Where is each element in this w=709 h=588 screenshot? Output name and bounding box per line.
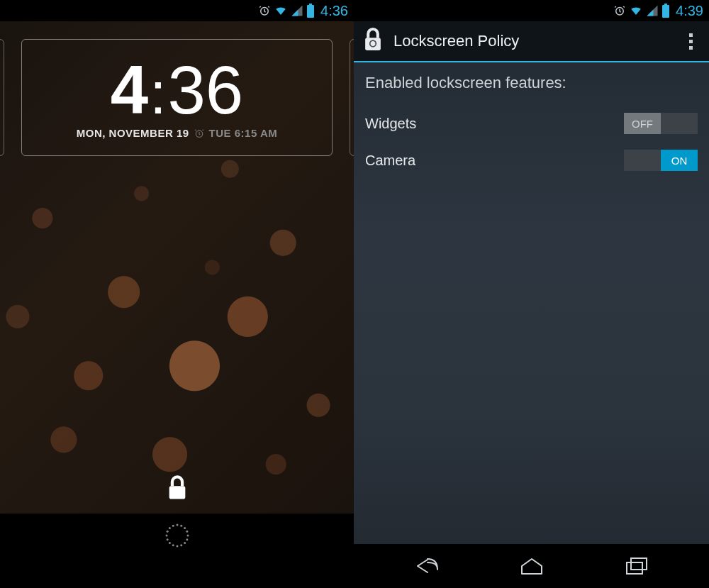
clock-widget[interactable]: 4 : 36 MON, NOVEMBER 19 TUE 6:15 AM [21,39,333,156]
navigation-bar [354,544,709,588]
svg-rect-8 [365,38,381,50]
policy-app-phone: 4:39 Lockscreen Policy Enabled lockscree… [354,0,709,588]
bottom-hint-area [0,514,354,588]
unlock-area[interactable] [0,462,354,514]
switch-thumb-on: ON [661,150,698,171]
app-content: Enabled lockscreen features: Widgets OFF… [354,64,709,544]
svg-rect-1 [307,5,314,18]
pref-widgets-switch[interactable]: OFF [624,113,698,134]
recents-icon [623,555,649,577]
lockscreen-phone: 4:36 4 : 36 MON, NOVEMBER 19 TUE 6:15 AM [0,0,354,588]
status-bar: 4:36 [0,0,354,21]
wifi-icon [274,4,288,17]
svg-rect-7 [664,4,667,5]
wifi-icon [629,4,643,17]
alarm-icon [613,4,626,17]
svg-rect-6 [662,5,669,18]
alarm-icon [194,128,205,139]
pref-camera-row: Camera ON [365,142,698,179]
clock-colon: : [150,63,166,123]
lock-icon[interactable] [165,474,189,502]
lock-date-row: MON, NOVEMBER 19 TUE 6:15 AM [77,127,278,139]
lock-clock-time: 4 : 36 [111,56,244,124]
switch-thumb-off: OFF [624,113,661,134]
clock-minute: 36 [167,56,243,124]
recents-button[interactable] [604,550,668,582]
lock-next-alarm: TUE 6:15 AM [209,127,278,139]
overflow-menu-button[interactable] [676,27,705,55]
svg-rect-10 [627,562,642,574]
back-button[interactable] [396,550,459,582]
status-bar: 4:39 [354,0,709,21]
battery-icon [306,4,315,18]
lock-date: MON, NOVEMBER 19 [77,127,189,139]
svg-rect-2 [309,4,312,5]
home-button[interactable] [500,550,564,582]
back-icon [412,555,443,577]
status-clock: 4:36 [320,3,348,19]
signal-icon [291,4,303,17]
pref-widgets-row: Widgets OFF [365,105,698,142]
svg-rect-11 [631,558,647,570]
svg-rect-4 [169,486,185,499]
section-header: Enabled lockscreen features: [365,74,698,92]
pref-camera-switch[interactable]: ON [624,150,698,171]
battery-icon [661,4,670,18]
alarm-icon [258,4,271,17]
app-title: Lockscreen Policy [393,32,676,50]
status-clock: 4:39 [676,3,703,19]
pref-camera-label: Camera [365,152,415,169]
action-bar: Lockscreen Policy [354,21,709,62]
widget-page-handle-left[interactable] [0,39,4,156]
unlock-ring-hint[interactable] [165,523,189,548]
home-icon [518,555,546,577]
app-lock-icon [361,26,385,56]
pref-widgets-label: Widgets [365,116,416,132]
clock-hour: 4 [111,56,148,124]
signal-icon [646,4,659,17]
